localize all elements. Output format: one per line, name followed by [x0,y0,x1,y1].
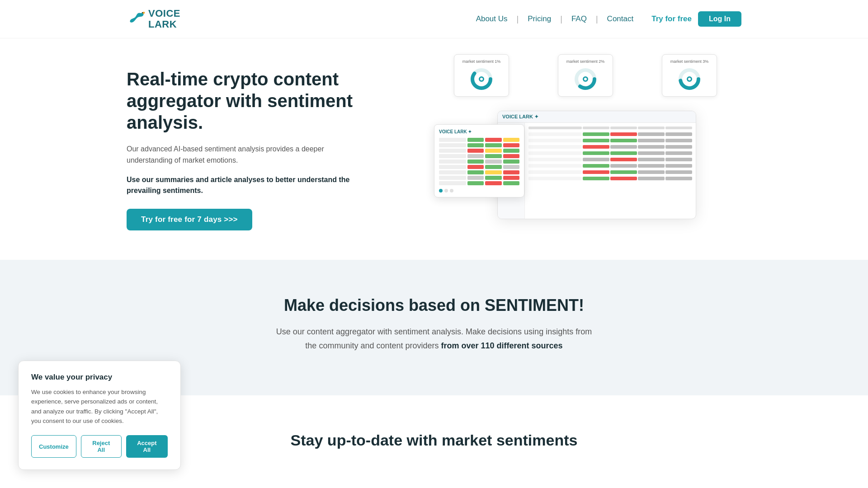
hero-subtitle: Our advanced AI-based sentiment analysis… [127,143,366,166]
dashboard-body [498,123,696,219]
nav-try-free[interactable]: Try for free [651,14,692,23]
cookie-banner: We value your privacy We use cookies to … [18,361,181,470]
overlay-row-6 [439,165,519,169]
overlay-row-8 [439,176,519,180]
nav-link-about[interactable]: About Us [468,14,516,23]
table-row-8 [528,177,692,180]
overlay-dots [439,189,519,192]
hero-section: Real-time crypto content aggregator with… [0,38,868,260]
dashboard-wrapper: VOICE LARK ✦ [448,111,696,219]
nav-item-faq[interactable]: FAQ [563,14,595,23]
cookie-buttons: Customize Reject All Accept All [31,435,168,458]
overlay-logo: VOICE LARK ✦ [439,129,519,134]
overlay-row-2 [439,143,519,147]
svg-point-0 [142,12,143,13]
svg-point-8 [584,78,587,80]
hero-bold-text: Use our summaries and article analyses t… [127,174,366,196]
nav-sep-2: | [559,14,563,24]
chart-label-2: market sentiment 2% [566,59,605,64]
chart-card-1: market sentiment 1% [454,54,509,97]
svg-point-12 [688,78,691,80]
nav-links-container: About Us | Pricing | FAQ | Contact Try f… [468,11,741,27]
nav-item-pricing[interactable]: Pricing [519,14,559,23]
table-row-6 [528,164,692,168]
hero-cta-button[interactable]: Try for free for 7 days >>> [127,209,252,230]
table-row-2 [528,139,692,142]
donut-chart-3 [677,66,702,92]
overlay-row-5 [439,160,519,164]
overlay-row-1 [439,138,519,142]
nav-link-pricing[interactable]: Pricing [519,14,559,23]
hero-left: Real-time crypto content aggregator with… [127,68,366,230]
dashboard-main: VOICE LARK ✦ [497,111,696,219]
dashboard-overlay-card: VOICE LARK ✦ [434,124,524,197]
sentiment-section-title: Make decisions based on SENTIMENT! [127,296,741,315]
nav-sep-3: | [595,14,599,24]
logo-text-line1: VOICE [148,8,180,19]
cookie-customize-button[interactable]: Customize [31,435,76,458]
cookie-accept-button[interactable]: Accept All [126,435,168,458]
dashboard-content [525,123,696,219]
svg-point-4 [480,78,483,80]
chart-card-3: market sentiment 3% [662,54,717,97]
cookie-reject-button[interactable]: Reject All [81,435,122,458]
chart-label-3: market sentiment 3% [670,59,709,64]
charts-row: market sentiment 1% market sentiment 2% [429,54,741,97]
sentiment-section-subtitle: Use our content aggregator with sentimen… [276,325,592,352]
overlay-row-4 [439,154,519,158]
hero-title: Real-time crypto content aggregator with… [127,68,366,133]
cookie-text: We use cookies to enhance your browsing … [31,387,168,426]
table-row-1 [528,132,692,136]
overlay-row-9 [439,181,519,185]
chart-label-1: market sentiment 1% [462,59,501,64]
market-section-title: Stay up-to-date with market sentiments [127,432,741,449]
dashboard-logo-small: VOICE LARK ✦ [502,114,538,120]
table-row-4 [528,151,692,155]
nav-item-contact[interactable]: Contact [599,14,642,23]
nav-login-button[interactable]: Log In [698,11,741,27]
navbar: VOICE LARK About Us | Pricing | FAQ | Co… [0,0,868,38]
overlay-row-7 [439,170,519,174]
nav-link-faq[interactable]: FAQ [563,14,595,23]
logo-bird-icon [127,9,146,28]
donut-chart-1 [469,66,494,92]
nav-link-contact[interactable]: Contact [599,14,642,23]
overlay-row-3 [439,149,519,153]
nav-item-about[interactable]: About Us [468,14,516,23]
nav-links: About Us | Pricing | FAQ | Contact [468,14,642,24]
logo[interactable]: VOICE LARK [127,8,180,30]
logo-text-line2: LARK [148,19,177,30]
table-row-5 [528,158,692,161]
sentiment-subtitle-bold: from over 110 different sources [441,341,563,350]
nav-sep-1: | [516,14,520,24]
cookie-title: We value your privacy [31,373,168,382]
table-row-7 [528,170,692,174]
dashboard-topbar: VOICE LARK ✦ [498,111,696,123]
content-header-row [528,127,692,129]
donut-chart-2 [573,66,598,92]
hero-right: market sentiment 1% market sentiment 2% [402,77,741,221]
chart-card-2: market sentiment 2% [558,54,613,97]
table-row-3 [528,145,692,149]
